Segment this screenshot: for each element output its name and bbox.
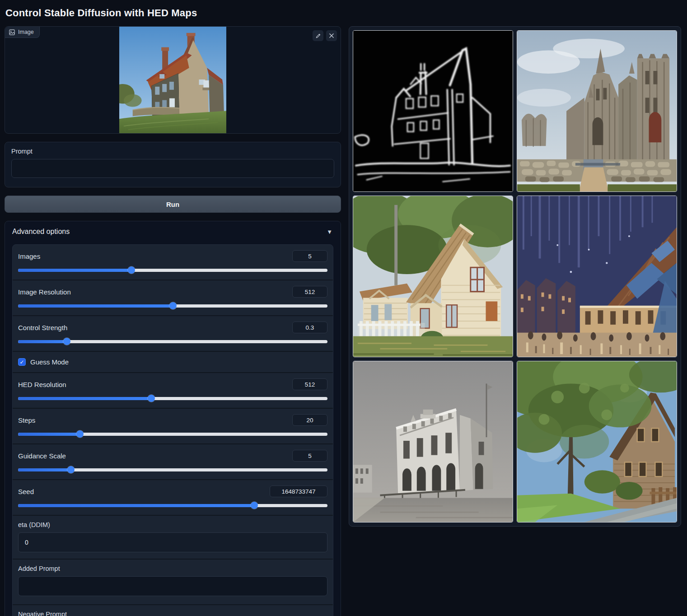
control-strength-slider[interactable] [18, 338, 327, 345]
hed-resolution-row: HED Resolution [13, 372, 333, 408]
guidance-scale-row: Guidance Scale [13, 443, 333, 479]
images-slider[interactable] [18, 267, 327, 273]
advanced-options-title: Advanced options [12, 228, 70, 236]
steps-row: Steps [13, 408, 333, 443]
guidance-scale-label: Guidance Scale [18, 452, 66, 460]
added-prompt-input[interactable] [18, 576, 327, 596]
cathedral-art [517, 31, 677, 191]
app-page: Control Stable Diffusion with HED Maps I… [0, 0, 687, 616]
negative-prompt-row: Negative Prompt [13, 604, 333, 616]
slider-handle[interactable] [67, 466, 75, 473]
slider-handle[interactable] [63, 338, 70, 345]
image-resolution-value-input[interactable] [292, 286, 327, 298]
run-button[interactable]: Run [5, 196, 341, 213]
image-component-label: Image [5, 27, 40, 38]
image-resolution-label: Image Resolution [18, 288, 71, 296]
results-column [349, 26, 681, 527]
eta-row: eta (DDIM) [13, 515, 333, 559]
guess-mode-checkbox[interactable]: ✓ [18, 358, 26, 366]
output-gallery [349, 26, 681, 527]
chevron-down-icon: ▼ [327, 229, 332, 235]
gallery-item-painterly-street[interactable] [517, 196, 677, 357]
image-resolution-row: Image Resolution [13, 280, 333, 315]
clear-image-button[interactable] [326, 30, 337, 41]
pencil-icon [315, 33, 321, 39]
seed-slider[interactable] [18, 502, 327, 509]
gallery-item-stone-house[interactable] [517, 361, 677, 523]
prompt-panel: Prompt [5, 142, 341, 187]
seed-value-input[interactable] [270, 485, 327, 497]
hed-resolution-value-input[interactable] [292, 378, 327, 390]
page-title: Control Stable Diffusion with HED Maps [5, 7, 681, 19]
advanced-options-accordion: Advanced options ▼ Images [5, 221, 341, 616]
eta-input[interactable] [18, 532, 327, 552]
hed-resolution-slider[interactable] [18, 395, 327, 401]
painterly-street-art [517, 196, 677, 357]
control-strength-label: Control Strength [18, 324, 67, 331]
edit-image-button[interactable] [313, 30, 323, 41]
negative-prompt-label: Negative Prompt [18, 611, 327, 616]
hed-resolution-label: HED Resolution [18, 381, 66, 388]
slider-handle[interactable] [128, 266, 135, 274]
images-label: Images [18, 252, 40, 260]
uploaded-house-photo-art [119, 27, 227, 133]
steps-label: Steps [18, 416, 35, 424]
prompt-input[interactable] [11, 159, 334, 178]
grayscale-building-art [353, 361, 513, 522]
input-image-panel: Image [5, 26, 341, 134]
images-value-input[interactable] [292, 250, 327, 262]
added-prompt-row: Added Prompt [13, 559, 333, 604]
control-strength-value-input[interactable] [292, 322, 327, 333]
gallery-item-cathedral[interactable] [517, 30, 677, 192]
slider-handle[interactable] [76, 430, 84, 438]
eta-label: eta (DDIM) [18, 521, 327, 528]
images-row: Images [13, 245, 333, 280]
guidance-scale-slider[interactable] [18, 467, 327, 473]
hed-edge-map-art [353, 31, 513, 191]
steps-value-input[interactable] [292, 414, 327, 426]
close-icon [329, 33, 334, 38]
steps-slider[interactable] [18, 431, 327, 437]
advanced-options-header[interactable]: Advanced options ▼ [5, 221, 341, 242]
seed-label: Seed [18, 488, 34, 495]
prompt-label: Prompt [11, 148, 334, 155]
guess-mode-label: Guess Mode [30, 358, 69, 366]
advanced-options-form: Images Image Resolution [12, 244, 333, 616]
seed-row: Seed [13, 479, 333, 515]
image-resolution-slider[interactable] [18, 303, 327, 309]
uploaded-image[interactable] [5, 27, 341, 133]
control-strength-row: Control Strength [13, 315, 333, 351]
added-prompt-label: Added Prompt [18, 565, 327, 572]
slider-handle[interactable] [251, 502, 258, 509]
gallery-item-grayscale-building[interactable] [353, 361, 513, 523]
slider-handle[interactable] [169, 302, 177, 309]
check-icon: ✓ [19, 359, 24, 365]
cream-house-art [353, 196, 513, 357]
slider-handle[interactable] [148, 395, 155, 402]
stone-house-art [517, 361, 677, 522]
image-icon [9, 29, 15, 35]
gallery-item-hed-edge-map[interactable] [353, 30, 513, 192]
guess-mode-row[interactable]: ✓ Guess Mode [13, 351, 333, 372]
gallery-item-cream-house[interactable] [353, 196, 513, 357]
guidance-scale-value-input[interactable] [292, 450, 327, 462]
controls-column: Image [5, 26, 341, 616]
